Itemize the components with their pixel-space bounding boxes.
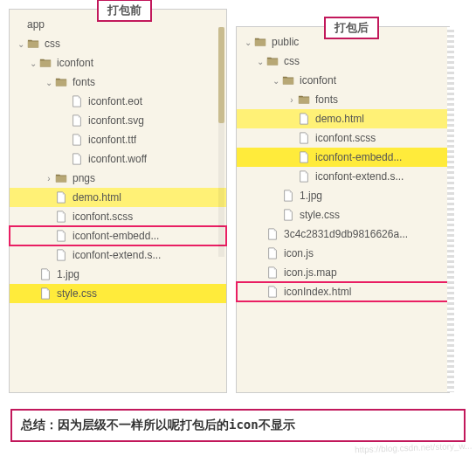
tree-item[interactable]: 1.jpg [10, 265, 226, 284]
scrollbar-thumb[interactable] [218, 27, 224, 123]
folder-icon [39, 57, 52, 69]
chevron-right-icon[interactable]: › [286, 95, 298, 105]
tree-item[interactable]: 3c4c2831d9db9816626a... [237, 225, 449, 244]
file-icon [39, 268, 52, 280]
tree-item-label: iconfont-embedd... [315, 151, 402, 163]
tree-item-label: style.css [300, 209, 340, 221]
tree-item[interactable]: iconfont.scss [237, 128, 449, 148]
file-icon [298, 170, 310, 183]
file-tree-before: app⌄css⌄iconfont⌄fontsiconfont.eoticonfo… [10, 10, 226, 308]
file-icon [298, 132, 310, 144]
folder-icon [27, 38, 39, 50]
file-icon [55, 249, 67, 261]
tree-item[interactable]: ⌄css [237, 52, 449, 71]
tree-item[interactable]: iconfont.scss [10, 207, 226, 226]
tree-item[interactable]: demo.html [10, 188, 226, 207]
tree-item[interactable]: icon.js [237, 244, 449, 263]
chevron-down-icon[interactable]: ⌄ [270, 76, 282, 86]
tree-item-label: app [27, 18, 45, 31]
tree-item[interactable]: iconfont.ttf [10, 130, 226, 149]
tree-item[interactable]: ⌄iconfont [237, 71, 449, 90]
tree-item[interactable]: iconfont.woff [10, 149, 226, 169]
file-icon [266, 247, 279, 259]
chevron-down-icon[interactable]: ⌄ [27, 59, 39, 68]
tree-item-label: fonts [315, 93, 338, 106]
tree-item-label: 1.jpg [300, 190, 322, 202]
tree-item-label: public [272, 36, 299, 48]
chevron-down-icon[interactable]: ⌄ [242, 38, 254, 47]
tree-item-label: iconfont.ttf [88, 134, 136, 146]
tree-item[interactable]: iconfont.svg [10, 111, 226, 130]
tree-item[interactable]: 1.jpg [237, 186, 449, 205]
file-icon [298, 151, 310, 163]
tree-item[interactable]: style.css [237, 205, 449, 225]
panel-before: 打包前 app⌄css⌄iconfont⌄fontsiconfont.eotic… [9, 9, 227, 393]
watermark: https://blog.csdn.net/story_w... [355, 441, 473, 455]
tree-item-label: 3c4c2831d9db9816626a... [284, 228, 408, 240]
tree-item-label: iconfont [57, 57, 93, 69]
tree-item-label: iconfont [300, 74, 336, 86]
tree-item-label: icon.js [284, 247, 314, 259]
file-icon [71, 134, 83, 146]
tree-item[interactable]: style.css [10, 284, 226, 303]
tree-item-label: demo.html [72, 191, 121, 204]
tree-item[interactable]: icon.js.map [237, 263, 449, 282]
tree-item[interactable]: ⌄css [10, 34, 226, 53]
tree-item-label: css [45, 38, 60, 50]
tree-item[interactable]: ›pngs [10, 169, 226, 188]
tree-item[interactable]: iconfont-embedd... [10, 226, 226, 245]
file-icon [71, 114, 83, 127]
tree-item-label: fonts [72, 76, 95, 88]
file-icon [266, 228, 279, 240]
folder-icon [266, 55, 279, 67]
tree-item-label: iconfont-extend.s... [315, 170, 404, 183]
file-icon [298, 113, 310, 125]
file-icon [282, 190, 294, 202]
folder-icon [254, 36, 266, 48]
tree-item-label: iconfont.svg [88, 114, 144, 127]
tree-item[interactable]: ⌄iconfont [10, 53, 226, 73]
tree-item[interactable]: iconfont-embedd... [237, 148, 449, 167]
tree-item-label: iconfont.scss [315, 132, 376, 144]
label-after: 打包后 [324, 17, 379, 39]
tree-item[interactable]: iconIndex.html [237, 282, 449, 301]
folder-icon [298, 93, 310, 106]
tree-item-label: iconfont-extend.s... [72, 249, 161, 261]
folder-icon [55, 76, 67, 88]
file-icon [55, 191, 67, 204]
tree-item-label: icon.js.map [284, 266, 337, 279]
file-icon [55, 230, 67, 242]
tree-item-label: iconfont.eot [88, 95, 142, 107]
file-tree-after: ⌄public⌄css⌄iconfont›fontsdemo.htmliconf… [237, 27, 449, 307]
file-icon [266, 286, 279, 298]
file-icon [71, 95, 83, 107]
tree-item-label: iconIndex.html [284, 286, 351, 298]
chevron-down-icon[interactable]: ⌄ [254, 57, 266, 66]
file-icon [282, 209, 294, 221]
tree-item[interactable]: iconfont.eot [10, 92, 226, 111]
chevron-down-icon[interactable]: ⌄ [43, 78, 55, 87]
folder-icon [55, 172, 67, 184]
tree-item-label: iconfont.woff [88, 153, 147, 165]
scrollbar[interactable] [218, 27, 224, 257]
label-before: 打包前 [97, 0, 152, 22]
file-icon [55, 211, 67, 223]
tree-item-label: iconfont.scss [72, 211, 133, 223]
tree-item[interactable]: ›fonts [237, 90, 449, 109]
file-icon [39, 287, 52, 300]
tree-item-label: pngs [72, 172, 95, 184]
chevron-down-icon[interactable]: ⌄ [15, 39, 27, 49]
file-icon [71, 153, 83, 165]
summary-text: 总结：因为层级不一样所以呢打包后的icon不显示 [10, 409, 466, 442]
tree-item-label: iconfont-embedd... [72, 230, 159, 242]
tree-item-label: 1.jpg [57, 268, 79, 280]
tree-item[interactable]: iconfont-extend.s... [10, 245, 226, 265]
tree-item[interactable]: iconfont-extend.s... [237, 167, 449, 186]
tree-item[interactable]: ⌄fonts [10, 73, 226, 92]
tree-item[interactable]: demo.html [237, 109, 449, 128]
panel-after: 打包后 ⌄public⌄css⌄iconfont›fontsdemo.htmli… [236, 26, 450, 393]
chevron-right-icon[interactable]: › [43, 174, 55, 183]
tree-item-label: style.css [57, 287, 97, 300]
tree-item-label: demo.html [315, 113, 364, 125]
folder-icon [282, 74, 294, 86]
